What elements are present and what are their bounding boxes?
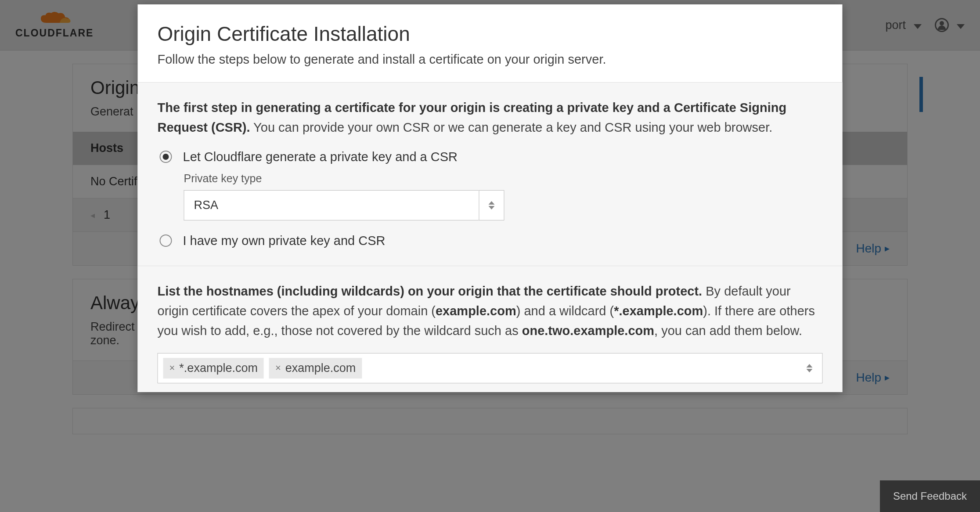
modal-header: Origin Certificate Installation Follow t…: [138, 4, 843, 83]
origin-cert-modal: Origin Certificate Installation Follow t…: [138, 4, 843, 392]
remove-tag-icon[interactable]: ×: [275, 362, 281, 374]
modal-subtitle: Follow the steps below to generate and i…: [158, 52, 823, 67]
private-key-type-label: Private key type: [184, 172, 823, 185]
csr-section: The first step in generating a certifica…: [138, 83, 843, 266]
feedback-label: Send Feedback: [893, 490, 967, 502]
radio-label: I have my own private key and CSR: [183, 234, 386, 248]
private-key-type-select[interactable]: RSA: [184, 190, 504, 220]
send-feedback-button[interactable]: Send Feedback: [880, 480, 980, 512]
radio-label: Let Cloudflare generate a private key an…: [183, 150, 458, 164]
tag-label: *.example.com: [179, 361, 258, 375]
radio-button-checked[interactable]: [160, 151, 172, 163]
step1-text: The first step in generating a certifica…: [158, 98, 823, 137]
radio-cloudflare-generate[interactable]: Let Cloudflare generate a private key an…: [158, 150, 823, 164]
select-sort-icon[interactable]: [479, 190, 504, 220]
hostname-tag[interactable]: × example.com: [269, 358, 362, 379]
hostnames-input[interactable]: × *.example.com × example.com: [158, 353, 823, 383]
hostnames-text: List the hostnames (including wildcards)…: [158, 281, 823, 341]
modal-title: Origin Certificate Installation: [158, 22, 823, 46]
select-value: RSA: [184, 190, 479, 220]
tag-label: example.com: [285, 361, 356, 375]
hostnames-section: List the hostnames (including wildcards)…: [138, 266, 843, 392]
hostname-tag[interactable]: × *.example.com: [163, 358, 264, 379]
radio-button-unchecked[interactable]: [160, 234, 172, 247]
remove-tag-icon[interactable]: ×: [169, 362, 175, 374]
radio-own-csr[interactable]: I have my own private key and CSR: [158, 234, 823, 248]
tag-sort-icon[interactable]: [807, 364, 817, 372]
modal-body: The first step in generating a certifica…: [138, 83, 843, 392]
